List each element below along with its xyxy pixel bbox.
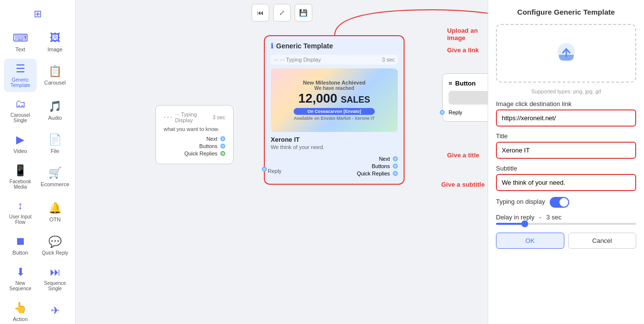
card-envato-text: Available on Envato Market - Xerone IT: [294, 116, 375, 121]
card-subtitle: We think of your need.: [271, 144, 398, 150]
user-input-flow-icon: ↕: [18, 199, 23, 212]
typing-toggle[interactable]: [550, 197, 569, 208]
card-header-title: Generic Template: [276, 42, 333, 50]
ok-button[interactable]: OK: [496, 233, 564, 249]
delay-slider[interactable]: [496, 223, 636, 225]
sidebar-item-new-sequence[interactable]: ⬇ New Sequence: [4, 262, 37, 295]
sidebar-item-ecommerce[interactable]: 🛒 Ecommerce: [39, 160, 71, 194]
card-typing-sec: 3 sec: [382, 57, 395, 63]
sidebar-item-carousel-single[interactable]: 🗂 Carousel Single: [4, 94, 37, 127]
card-output-quick-replies: Quick Replies: [271, 171, 398, 176]
sidebar-item-more[interactable]: ✈: [39, 297, 71, 324]
collapsed-typing-row: ··· ··· Typing Display 3 sec: [164, 111, 225, 123]
sidebar-item-image[interactable]: 🖼 Image: [39, 27, 71, 57]
output-quick-replies: Quick Replies: [164, 151, 225, 156]
button-node-header: ≡ Button: [449, 80, 488, 87]
output-buttons: Buttons: [164, 143, 225, 149]
right-panel: Configure Generic Template Supported typ…: [488, 0, 644, 324]
card-image: New Milestone Achieved We have reached 1…: [271, 68, 398, 132]
image-click-input[interactable]: [496, 109, 636, 127]
sidebar-item-sequence-single[interactable]: ⏭ Sequence Single: [39, 262, 71, 295]
card-reply-label: Reply: [268, 168, 281, 174]
fit-button[interactable]: ⤢: [273, 4, 291, 22]
save-button[interactable]: 💾: [295, 4, 312, 22]
main-canvas: ⏮ ⤢ 💾 ··· ··· Typing Display 3 sec what …: [76, 0, 488, 324]
keyboard-icon: ⌨: [13, 32, 28, 44]
sidebar-item-generic-template[interactable]: ☰ Generic Template: [4, 59, 37, 92]
card-next-dot: [393, 156, 398, 161]
card-milestone-title: New Milestone Achieved: [294, 80, 375, 86]
toggle-knob: [559, 198, 568, 207]
typing-sec: 3 sec: [213, 114, 225, 120]
button-node-outputs: Reply Next: [449, 109, 488, 115]
next-dot: [220, 136, 225, 141]
card-output-next: Next: [271, 156, 398, 162]
card-typing-dots: ···: [274, 57, 278, 63]
delay-row: Delay in reply - 3 sec: [496, 214, 636, 221]
subtitle-field-group: Subtitle: [496, 165, 636, 191]
carousel-icon: 📋: [48, 65, 62, 78]
subtitle-field-label: Subtitle: [496, 165, 636, 172]
annotation-title: Give a title: [447, 151, 479, 159]
delay-value: 3 sec: [546, 214, 561, 221]
card-quick-replies-dot: [393, 171, 398, 176]
card-title: Xerone IT: [271, 136, 398, 143]
btn-reply-dot: [440, 110, 445, 115]
sidebar-item-video[interactable]: ▶ Video: [4, 129, 37, 158]
sidebar-item-button[interactable]: ⏹ Button: [4, 231, 37, 260]
title-field-group: Title: [496, 132, 636, 159]
sidebar-item-audio[interactable]: 🎵 Audio: [39, 94, 71, 127]
card-number: 12,000 SALES: [294, 91, 375, 106]
sidebar-item-file[interactable]: 📄 File: [39, 129, 71, 158]
image-click-label: Image click destination link: [496, 100, 636, 108]
typing-toggle-label: Typing on display: [496, 198, 545, 205]
generic-template-icon: ☰: [16, 63, 25, 75]
sidebar-item-text[interactable]: ⌨ Text: [4, 27, 37, 57]
card-reply-dot: [262, 167, 267, 172]
video-icon: ▶: [16, 133, 24, 146]
upload-area[interactable]: [496, 24, 636, 83]
info-icon: ℹ: [271, 42, 273, 50]
file-icon: 📄: [48, 133, 62, 146]
sequence-single-icon: ⏭: [50, 266, 61, 279]
title-field-label: Title: [496, 132, 636, 140]
annotation-link: Give a link: [447, 46, 479, 54]
sidebar: ⊞ ⌨ Text 🖼 Image ☰ Generic Template 📋 Ca…: [0, 0, 76, 324]
first-button[interactable]: ⏮: [252, 4, 269, 22]
generic-template-card[interactable]: ℹ Generic Template ··· ··· Typing Displa…: [264, 35, 405, 185]
typing-dots: ···: [164, 113, 173, 122]
button-node[interactable]: ≡ Button Reply Next: [442, 73, 488, 122]
card-output-buttons: Buttons: [271, 163, 398, 169]
button-node-content: [449, 91, 488, 105]
typing-toggle-row: Typing on display: [496, 197, 636, 208]
sidebar-item-action[interactable]: 👆 Action: [4, 297, 37, 324]
more-icon: ✈: [51, 304, 60, 317]
annotation-upload: Upload an image: [447, 27, 488, 42]
card-typing-row: ··· ··· Typing Display 3 sec: [271, 55, 398, 65]
output-next: Next: [164, 136, 225, 142]
image-icon: 🖼: [50, 32, 61, 44]
card-outputs: Next Buttons Quick Replies: [271, 156, 398, 176]
btn-reply-output: Reply: [449, 109, 462, 115]
sidebar-item-otn[interactable]: 🔔 OTN: [39, 195, 71, 229]
panel-title: Configure Generic Template: [496, 8, 636, 16]
panel-buttons: OK Cancel: [496, 233, 636, 249]
card-badge: On Coseacarvon [Envato]: [294, 108, 375, 115]
cancel-button[interactable]: Cancel: [568, 233, 637, 249]
subtitle-input[interactable]: [496, 174, 636, 191]
delay-group: Delay in reply - 3 sec: [496, 214, 636, 225]
sidebar-item-carousel[interactable]: 📋 Carousel: [39, 59, 71, 92]
audio-icon: 🎵: [48, 100, 62, 113]
typing-label: ··· Typing Display: [175, 111, 212, 123]
sidebar-grid: ⌨ Text 🖼 Image ☰ Generic Template 📋 Caro…: [0, 25, 75, 324]
sidebar-item-facebook-media[interactable]: 📱 Facebook Media: [4, 160, 37, 194]
sidebar-item-user-input-flow[interactable]: ↕ User Input Flow: [4, 195, 37, 229]
button-node-icon: ≡: [449, 80, 452, 87]
ecommerce-icon: 🛒: [48, 167, 62, 179]
delay-label: Delay in reply: [496, 214, 535, 221]
sidebar-item-quick-reply[interactable]: 💬 Quick Reply: [39, 231, 71, 260]
grid-menu-icon[interactable]: ⊞: [34, 8, 42, 19]
upload-icon: [554, 38, 579, 67]
collapsed-node-text: what you want to know.: [164, 126, 225, 132]
title-input[interactable]: [496, 142, 636, 159]
